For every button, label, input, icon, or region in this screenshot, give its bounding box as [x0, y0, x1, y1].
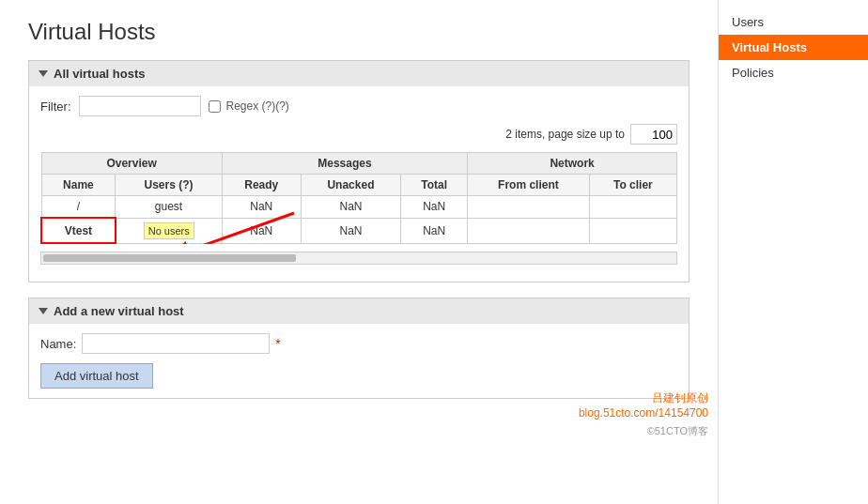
regex-text: Regex (?)(?)	[226, 99, 289, 113]
network-group: Network	[468, 153, 677, 175]
add-virtual-host-body: Name: * Add virtual host	[29, 324, 689, 398]
group-header-row: Overview Messages Network	[41, 153, 677, 175]
watermark-line2: blog.51cto.com/14154700	[579, 406, 708, 420]
regex-label[interactable]: Regex (?)(?)	[209, 99, 289, 113]
all-virtual-hosts-label: All virtual hosts	[54, 67, 146, 81]
name-field-label: Name:	[40, 337, 76, 351]
table-wrap: Overview Messages Network Name Users (?)…	[40, 152, 677, 244]
add-virtual-host-section: Add a new virtual host Name: * Add virtu…	[28, 298, 690, 399]
col-ready: Ready	[222, 175, 301, 196]
vhost-to-client-vtest	[589, 218, 676, 243]
vhost-ready-vtest: NaN	[222, 218, 301, 243]
required-star: *	[275, 336, 280, 351]
sidebar: Users Virtual Hosts Policies	[718, 0, 868, 504]
messages-group: Messages	[222, 153, 467, 175]
vhost-unacked: NaN	[301, 196, 400, 219]
collapse-icon-add	[39, 308, 48, 314]
col-to-client: To clier	[589, 175, 676, 196]
add-virtual-host-header[interactable]: Add a new virtual host	[29, 298, 689, 324]
overview-group: Overview	[41, 153, 222, 175]
col-users: Users (?)	[116, 175, 222, 196]
scrollbar-thumb	[43, 254, 296, 262]
all-virtual-hosts-header[interactable]: All virtual hosts	[29, 61, 689, 86]
new-vhost-name-input[interactable]	[82, 333, 270, 354]
vhost-total-vtest: NaN	[401, 218, 468, 243]
name-field-row: Name: *	[40, 333, 677, 354]
vhost-from-client-vtest	[468, 218, 590, 243]
filter-row: Filter: Regex (?)(?)	[40, 96, 677, 116]
all-virtual-hosts-section: All virtual hosts Filter: Regex (?)(?) 2…	[28, 60, 690, 283]
watermark-line1: 吕建钊原创	[579, 390, 708, 406]
filter-input[interactable]	[79, 96, 201, 116]
table-row: / guest NaN NaN NaN	[41, 196, 677, 219]
page-info-row: 2 items, page size up to	[40, 124, 677, 145]
table-row: Vtest No users NaN NaN NaN	[41, 218, 677, 243]
collapse-icon	[39, 70, 48, 77]
col-total: Total	[401, 175, 468, 196]
vhost-total: NaN	[401, 196, 468, 219]
vhost-unacked-vtest: NaN	[301, 218, 400, 243]
horizontal-scrollbar[interactable]	[40, 252, 677, 265]
no-users-badge: No users	[144, 222, 194, 239]
page-info-text: 2 items, page size up to	[505, 128, 625, 141]
col-name: Name	[41, 175, 116, 196]
vhost-users: guest	[116, 196, 222, 219]
vhost-table: Overview Messages Network Name Users (?)…	[40, 152, 677, 244]
copyright: ©51CTO博客	[647, 424, 708, 438]
column-header-row: Name Users (?) Ready Unacked Total From …	[41, 175, 677, 196]
sidebar-item-virtual-hosts[interactable]: Virtual Hosts	[719, 35, 868, 60]
add-virtual-host-label: Add a new virtual host	[54, 304, 184, 318]
page-title: Virtual Hosts	[28, 19, 690, 45]
regex-checkbox[interactable]	[209, 100, 221, 113]
col-from-client: From client	[468, 175, 590, 196]
vhost-to-client	[589, 196, 676, 219]
vhost-name[interactable]: /	[41, 196, 116, 219]
vhost-from-client	[468, 196, 590, 219]
sidebar-item-users[interactable]: Users	[719, 9, 868, 35]
vhost-name-vtest[interactable]: Vtest	[41, 218, 116, 243]
add-virtual-host-button[interactable]: Add virtual host	[40, 363, 153, 389]
all-virtual-hosts-body: Filter: Regex (?)(?) 2 items, page size …	[29, 86, 689, 282]
filter-label: Filter:	[40, 99, 71, 114]
vhost-ready: NaN	[222, 196, 301, 219]
page-size-input[interactable]	[630, 124, 677, 145]
col-unacked: Unacked	[301, 175, 400, 196]
vhost-users-vtest: No users	[116, 218, 222, 243]
sidebar-item-policies[interactable]: Policies	[719, 60, 868, 85]
watermark: 吕建钊原创 blog.51cto.com/14154700	[579, 390, 708, 420]
